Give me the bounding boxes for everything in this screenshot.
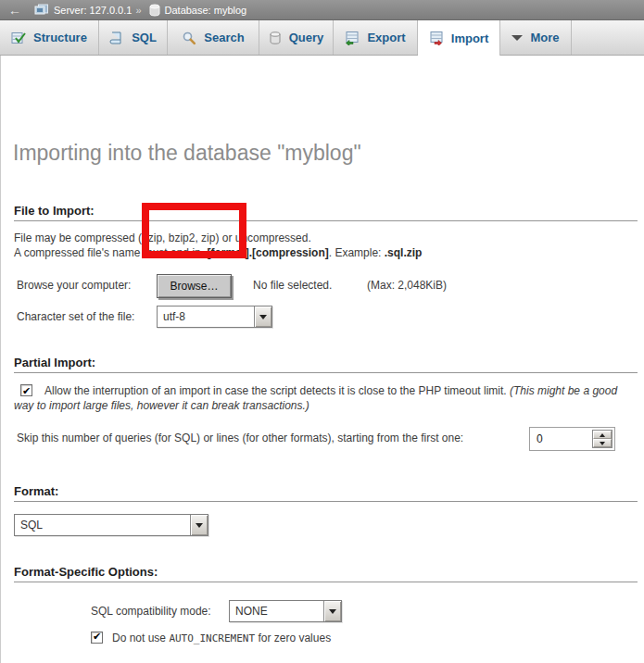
phpmyadmin-import-page: ← Server: 127.0.0.1 » Database: myblog [0,0,644,663]
spinner-up-button[interactable] [593,431,612,439]
charset-dropdown-button[interactable] [254,306,271,327]
spinner-down-button[interactable] [593,439,612,447]
zero-values-checkbox[interactable] [91,632,103,644]
server-icon [34,4,49,17]
section-heading-format-specific: Format-Specific Options: [14,565,638,582]
charset-label: Character set of the file: [17,310,134,323]
chevron-down-icon [511,35,523,41]
tab-import-label: Import [451,31,488,45]
allow-interrupt-row: Allow the interruption of an import in c… [14,383,633,413]
breadcrumb-database[interactable]: Database: myblog [149,4,247,17]
skip-queries-label: Skip this number of queries (for SQL) or… [17,432,463,444]
tab-sql-label: SQL [132,31,157,44]
breadcrumb-server[interactable]: Server: 127.0.0.1 [34,4,132,17]
section-heading-file-to-import: File to Import: [14,204,638,221]
export-icon [345,31,360,45]
zero-values-suffix: for zero values [255,632,331,644]
breadcrumb-server-label: Server: 127.0.0.1 [54,5,132,16]
spinner-up-icon [600,433,605,437]
sql-compat-selected-value: NONE [230,601,323,621]
search-icon [182,31,196,45]
tab-search[interactable]: Search [168,20,259,55]
sql-compat-label: SQL compatibility mode: [91,605,211,618]
line2-example: .sql.zip [385,246,423,259]
dropdown-arrow-icon [259,315,267,319]
max-upload-size: (Max: 2,048KiB) [367,279,447,292]
database-icon [149,4,160,17]
dropdown-arrow-icon [196,523,203,528]
line2-mid: . Example: [329,246,385,259]
section-heading-format: Format: [14,484,638,502]
tab-more[interactable]: More [500,20,572,55]
browse-computer-label: Browse your computer: [17,279,131,292]
charset-select[interactable]: utf-8 [157,306,272,328]
tab-export[interactable]: Export [334,20,418,55]
sql-icon [109,31,124,45]
charset-selected-value: utf-8 [158,306,254,327]
back-arrow-icon[interactable]: ← [8,4,31,17]
structure-icon [11,31,26,45]
browse-button[interactable]: Browse… [157,274,232,298]
compression-info-line1: File may be compressed (gzip, bzip2, zip… [14,231,311,244]
spinner-down-icon [600,442,605,445]
format-selected-value: SQL [15,515,190,535]
allow-interrupt-checkbox[interactable] [20,384,32,396]
tab-export-label: Export [367,31,405,44]
tab-query[interactable]: Query [259,20,334,55]
tab-bar: Structure SQL Search Query [0,20,644,56]
tab-search-label: Search [204,31,244,44]
tab-structure[interactable]: Structure [0,20,99,55]
import-content: Importing into the database "myblog" Fil… [0,56,644,663]
line2-prefix: A compressed file's name must end in [14,246,204,259]
skip-queries-input[interactable]: 0 [529,427,615,451]
sql-compat-dropdown-button[interactable] [323,601,341,621]
query-icon [269,31,282,45]
skip-queries-value: 0 [532,430,592,448]
zero-values-prefix: Do not use [112,632,169,644]
import-icon [429,31,444,45]
section-heading-partial-import: Partial Import: [14,356,638,373]
zero-values-row: Do not use AUTO_INCREMENT for zero value… [91,632,331,644]
allow-interrupt-text: Allow the interruption of an import in c… [44,384,510,397]
format-dropdown-button[interactable] [190,515,208,535]
compression-info-line2: A compressed file's name must end in .[f… [14,246,422,259]
tab-query-label: Query [289,31,324,44]
tab-structure-label: Structure [33,31,87,44]
auto-increment-code: AUTO_INCREMENT [169,632,255,644]
number-spinner [592,430,612,448]
tab-import[interactable]: Import [418,20,500,56]
tab-more-label: More [530,31,559,44]
breadcrumb-separator: » [135,5,141,16]
page-title: Importing into the database "myblog" [13,141,361,166]
dropdown-arrow-icon [329,609,336,614]
no-file-selected-text: No file selected. [253,279,332,292]
tab-sql[interactable]: SQL [99,20,168,55]
breadcrumb: ← Server: 127.0.0.1 » Database: myblog [0,0,644,20]
format-select[interactable]: SQL [14,514,208,536]
sql-compat-select[interactable]: NONE [229,600,342,622]
line2-format-pattern: .[format].[compression] [204,246,329,259]
breadcrumb-database-label: Database: myblog [165,5,247,16]
